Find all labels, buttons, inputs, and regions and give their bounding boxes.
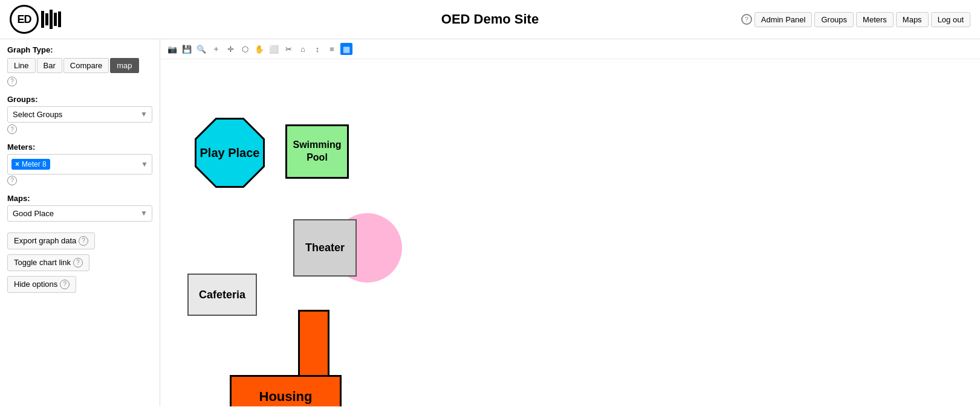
logo: ED	[10, 5, 61, 34]
swimming-pool-label: Swimming Pool	[287, 139, 347, 164]
pan-icon[interactable]: ✋	[253, 43, 265, 55]
meters-input-wrapper[interactable]: × Meter 8 ▼	[7, 154, 152, 175]
toggle-btn-label: Toggle chart link	[14, 258, 71, 267]
meters-label: Meters:	[7, 143, 152, 152]
export-btn-label: Export graph data	[14, 236, 76, 245]
housing-bottom: Housing	[230, 375, 342, 406]
logout-button[interactable]: Log out	[931, 12, 970, 27]
groups-select[interactable]: Select Groups	[7, 106, 152, 123]
groups-label: Groups:	[7, 95, 152, 104]
hide-btn-label: Hide options	[14, 280, 57, 289]
map-canvas: Play Place Swimming Pool Theater	[160, 59, 980, 403]
groups-select-wrapper: Select Groups ▼	[7, 106, 152, 123]
housing-top-right	[298, 310, 329, 379]
logo-bar-5	[58, 11, 61, 27]
active-mode-icon[interactable]: ▦	[340, 43, 352, 55]
meters-button[interactable]: Meters	[856, 12, 894, 27]
help-icon[interactable]: ?	[741, 14, 752, 25]
logo-text: ED	[17, 13, 31, 26]
lines-icon[interactable]: ≡	[326, 43, 338, 55]
header-nav: ? Admin Panel Groups Meters Maps Log out	[741, 12, 970, 27]
zoom-icon[interactable]: 🔍	[195, 43, 207, 55]
sidebar: Graph Type: Line Bar Compare map ? Group…	[0, 39, 160, 406]
meters-dropdown-arrow[interactable]: ▼	[141, 160, 148, 168]
meters-input[interactable]	[53, 160, 138, 169]
meters-help[interactable]: ?	[7, 176, 17, 185]
graph-type-help[interactable]: ?	[7, 77, 17, 86]
save-icon[interactable]: 💾	[181, 43, 193, 55]
page-title: OED Demo Site	[441, 11, 539, 27]
play-place-label: Play Place	[200, 146, 260, 160]
graph-type-buttons: Line Bar Compare map	[7, 58, 152, 73]
meter-tag-remove[interactable]: ×	[15, 160, 19, 168]
logo-bar-3	[50, 10, 53, 29]
maps-select[interactable]: Good Place	[7, 205, 152, 222]
theater-label: Theater	[305, 241, 345, 255]
export-graph-data-button[interactable]: Export graph data ?	[7, 232, 95, 249]
theater-rect: Theater	[293, 219, 357, 277]
header: ED OED Demo Site ? Admin Panel Groups Me…	[0, 0, 980, 39]
map-area: 📷 💾 🔍 ＋ ✛ ⬡ ✋ ⬜ ✂ ⌂ ↕ ≡ ▦ Play Place	[160, 39, 980, 406]
housing-label: Housing	[259, 389, 313, 405]
cut-icon[interactable]: ✂	[282, 43, 294, 55]
compare-tab[interactable]: Compare	[63, 58, 109, 73]
groups-help[interactable]: ?	[7, 124, 17, 134]
crosshair-icon[interactable]: ✛	[224, 43, 236, 55]
logo-circle: ED	[10, 5, 39, 34]
meter-tag-meter8: × Meter 8	[11, 159, 50, 170]
main-layout: Graph Type: Line Bar Compare map ? Group…	[0, 39, 980, 406]
hide-options-button[interactable]: Hide options ?	[7, 276, 76, 293]
play-place-shape[interactable]: Play Place	[195, 120, 261, 186]
reset-icon[interactable]: ⌂	[297, 43, 309, 55]
map-toolbar: 📷 💾 🔍 ＋ ✛ ⬡ ✋ ⬜ ✂ ⌂ ↕ ≡ ▦	[160, 39, 980, 59]
meter-tag-label: Meter 8	[22, 160, 47, 168]
hide-help[interactable]: ?	[60, 280, 70, 289]
logo-bar-2	[45, 13, 48, 25]
graph-type-label: Graph Type:	[7, 45, 152, 54]
add-icon[interactable]: ＋	[210, 43, 222, 55]
lasso-icon[interactable]: ⬡	[239, 43, 251, 55]
groups-button[interactable]: Groups	[814, 12, 854, 27]
maps-button[interactable]: Maps	[896, 12, 929, 27]
toggle-chart-link-button[interactable]: Toggle chart link ?	[7, 254, 89, 271]
cafeteria-label: Cafeteria	[199, 289, 245, 301]
bar-tab[interactable]: Bar	[37, 58, 62, 73]
swimming-pool-shape[interactable]: Swimming Pool	[285, 124, 349, 179]
map-tab[interactable]: map	[110, 58, 138, 73]
swimming-pool-rect: Swimming Pool	[285, 124, 349, 179]
logo-bar-4	[54, 13, 57, 26]
toggle-help[interactable]: ?	[73, 258, 83, 268]
box-select-icon[interactable]: ⬜	[268, 43, 280, 55]
camera-icon[interactable]: 📷	[166, 43, 178, 55]
maps-select-wrapper: Good Place ▼	[7, 205, 152, 222]
logo-bars	[41, 10, 61, 29]
housing-l-shape: Housing	[230, 310, 351, 406]
admin-panel-button[interactable]: Admin Panel	[754, 12, 813, 27]
theater-shape[interactable]: Theater	[293, 219, 357, 277]
export-help[interactable]: ?	[79, 236, 88, 246]
housing-shape[interactable]: Housing	[230, 310, 351, 406]
maps-label: Maps:	[7, 194, 152, 203]
line-tab[interactable]: Line	[7, 58, 36, 73]
logo-bar-1	[41, 11, 44, 28]
compare-icon[interactable]: ↕	[311, 43, 323, 55]
